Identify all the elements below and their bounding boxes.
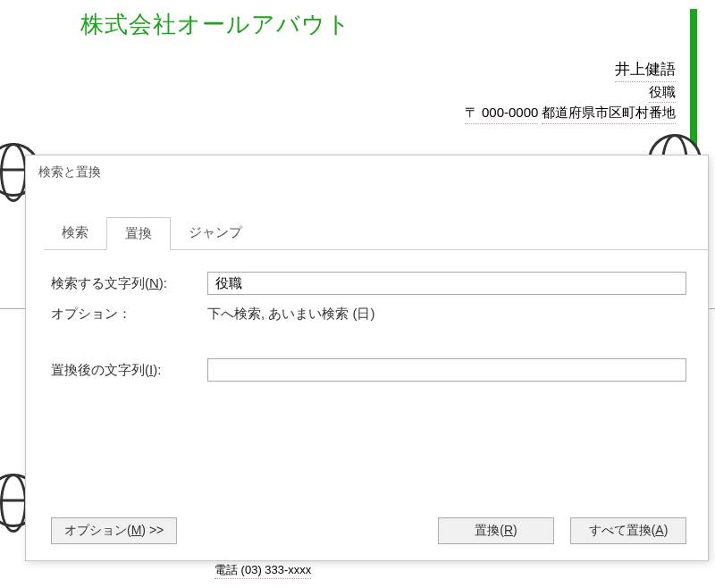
address: 都道府県市区町村番地 bbox=[542, 103, 676, 124]
options-label: オプション： bbox=[51, 306, 207, 323]
phone-number: 電話 (03) 333-xxxx bbox=[214, 562, 311, 579]
replace-label: 置換後の文字列(I): bbox=[51, 362, 207, 379]
tab-search[interactable]: 検索 bbox=[44, 217, 106, 250]
business-card: 株式会社オールアバウト 井上健語 役職 〒 000-0000 都道府県市区町村番… bbox=[80, 9, 697, 152]
replace-all-button[interactable]: すべて置換(A) bbox=[570, 517, 686, 544]
dialog-title: 検索と置換 bbox=[26, 155, 708, 189]
tab-bar: 検索 置換 ジャンプ bbox=[44, 216, 708, 250]
postal-code: 〒 000-0000 bbox=[465, 103, 539, 124]
tab-replace[interactable]: 置換 bbox=[106, 217, 171, 250]
replace-input[interactable] bbox=[207, 358, 686, 382]
company-name: 株式会社オールアバウト bbox=[80, 9, 676, 40]
tab-jump[interactable]: ジャンプ bbox=[171, 217, 260, 250]
options-value: 下へ検索, あいまい検索 (日) bbox=[207, 304, 686, 324]
options-button[interactable]: オプション(M) >> bbox=[51, 517, 177, 544]
search-label: 検索する文字列(N): bbox=[51, 275, 207, 292]
person-name: 井上健語 bbox=[615, 58, 676, 82]
person-role: 役職 bbox=[649, 82, 676, 104]
replace-button[interactable]: 置換(R) bbox=[438, 517, 554, 544]
find-replace-dialog: 検索と置換 検索 置換 ジャンプ 検索する文字列(N): オプション： 下へ検索… bbox=[25, 155, 709, 561]
search-input[interactable] bbox=[207, 272, 686, 295]
